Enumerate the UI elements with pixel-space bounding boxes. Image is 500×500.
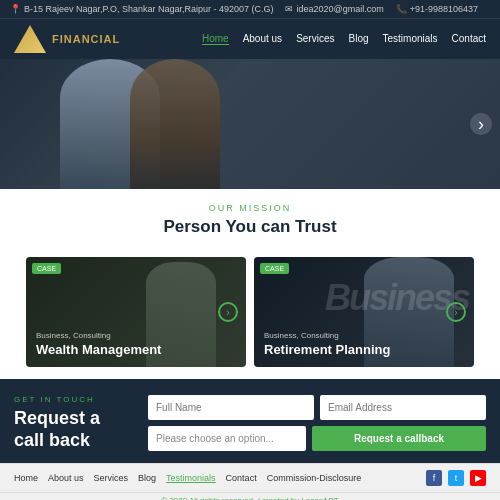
footer-nav-home[interactable]: Home bbox=[14, 473, 38, 483]
card-arrow-1[interactable]: › bbox=[218, 302, 238, 322]
git-title: Request a call back bbox=[14, 408, 134, 451]
card-badge-2: CASE bbox=[260, 263, 289, 274]
nav-testimonials[interactable]: Testimonials bbox=[383, 33, 438, 45]
card-title-2: Retirement Planning bbox=[264, 342, 390, 357]
card-retirement[interactable]: Business CASE Business, Consulting Retir… bbox=[254, 257, 474, 367]
request-callback-button[interactable]: Request a callback bbox=[312, 426, 486, 451]
youtube-icon[interactable]: ▶ bbox=[470, 470, 486, 486]
card-content-1: Business, Consulting Wealth Management bbox=[36, 331, 161, 357]
logo-icon bbox=[14, 25, 46, 53]
git-label: GET IN TOUCH bbox=[14, 395, 134, 404]
card-category-1: Business, Consulting bbox=[36, 331, 161, 340]
top-bar: 📍 B-15 Rajeev Nagar,P.O, Shankar Nagar,R… bbox=[0, 0, 500, 18]
phone-text: 📞 +91-9988106437 bbox=[396, 4, 478, 14]
git-row-1 bbox=[148, 395, 486, 420]
card-arrow-2[interactable]: › bbox=[446, 302, 466, 322]
mission-label: OUR MISSION bbox=[10, 203, 490, 213]
twitter-icon[interactable]: t bbox=[448, 470, 464, 486]
facebook-icon[interactable]: f bbox=[426, 470, 442, 486]
get-in-touch-left: GET IN TOUCH Request a call back bbox=[14, 395, 134, 451]
nav-home[interactable]: Home bbox=[202, 33, 229, 45]
nav-contact[interactable]: Contact bbox=[452, 33, 486, 45]
logo-text: FINANCIAL bbox=[52, 33, 120, 45]
get-in-touch-right: Please choose an option... Wealth Manage… bbox=[148, 395, 486, 451]
footer-nav-blog[interactable]: Blog bbox=[138, 473, 156, 483]
nav-links: Home About us Services Blog Testimonials… bbox=[202, 33, 486, 45]
footer-nav-contact[interactable]: Contact bbox=[226, 473, 257, 483]
cards-row: CASE Business, Consulting Wealth Managem… bbox=[0, 257, 500, 379]
card-content-2: Business, Consulting Retirement Planning bbox=[264, 331, 390, 357]
fullname-input[interactable] bbox=[148, 395, 314, 420]
footer-nav: Home About us Services Blog Testimonials… bbox=[0, 463, 500, 492]
logo-area: FINANCIAL bbox=[14, 25, 120, 53]
mission-title: Person You can Trust bbox=[10, 217, 490, 237]
hero-next-arrow[interactable]: › bbox=[470, 113, 492, 135]
select-wrap: Please choose an option... Wealth Manage… bbox=[148, 426, 306, 451]
footer-nav-links: Home About us Services Blog Testimonials… bbox=[14, 473, 361, 483]
creator-name: LassoART bbox=[302, 496, 339, 500]
nav-services[interactable]: Services bbox=[296, 33, 334, 45]
footer-nav-services[interactable]: Services bbox=[94, 473, 129, 483]
git-row-2: Please choose an option... Wealth Manage… bbox=[148, 426, 486, 451]
navbar: FINANCIAL Home About us Services Blog Te… bbox=[0, 18, 500, 59]
get-in-touch-section: GET IN TOUCH Request a call back Please … bbox=[0, 379, 500, 463]
card-wealth[interactable]: CASE Business, Consulting Wealth Managem… bbox=[26, 257, 246, 367]
footer-nav-disclosure[interactable]: Commission-Disclosure bbox=[267, 473, 362, 483]
email-text: ✉ idea2020@gmail.com bbox=[285, 4, 383, 14]
nav-about[interactable]: About us bbox=[243, 33, 282, 45]
footer-nav-about[interactable]: About us bbox=[48, 473, 84, 483]
email-input[interactable] bbox=[320, 395, 486, 420]
nav-blog[interactable]: Blog bbox=[348, 33, 368, 45]
card-title-1: Wealth Management bbox=[36, 342, 161, 357]
footer-social: f t ▶ bbox=[426, 470, 486, 486]
card-badge-1: CASE bbox=[32, 263, 61, 274]
person-right bbox=[130, 59, 220, 189]
address-text: 📍 B-15 Rajeev Nagar,P.O, Shankar Nagar,R… bbox=[10, 4, 273, 14]
footer-nav-testimonials[interactable]: Testimonials bbox=[166, 473, 216, 483]
mission-section: OUR MISSION Person You can Trust bbox=[0, 189, 500, 257]
service-select[interactable]: Please choose an option... Wealth Manage… bbox=[148, 426, 306, 451]
card-category-2: Business, Consulting bbox=[264, 331, 390, 340]
footer-copy: © 2020 All rights reserved. / created by… bbox=[0, 492, 500, 500]
hero-people bbox=[0, 59, 500, 189]
hero-banner: › bbox=[0, 59, 500, 189]
